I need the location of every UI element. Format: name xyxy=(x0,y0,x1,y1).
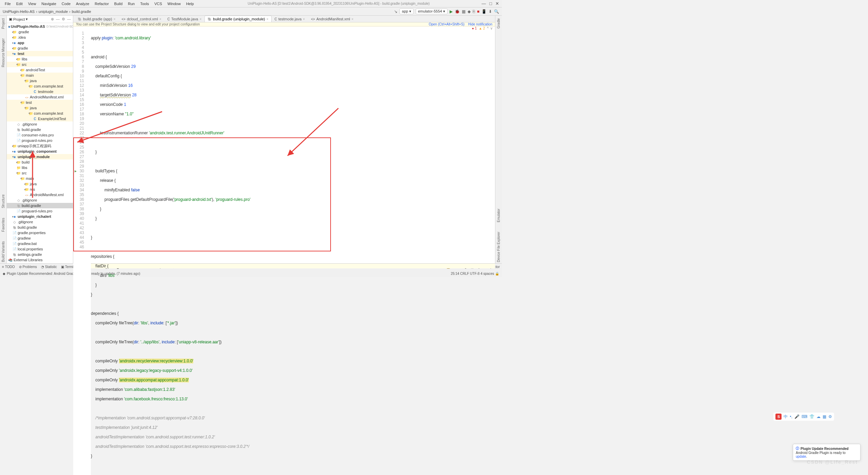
device-dropdown[interactable]: emulator-5554 ▾ xyxy=(416,8,448,14)
tree-node[interactable]: ▾com.example.test xyxy=(7,111,73,116)
tree-node[interactable]: build.gradle xyxy=(7,203,73,208)
resource-manager-button[interactable]: Resource Manager xyxy=(1,37,5,69)
tree-node[interactable]: ▾test xyxy=(7,51,73,56)
todo-tool[interactable]: ≡ TODO xyxy=(2,265,15,269)
editor-tab[interactable]: <>dcloud_control.xml× xyxy=(118,16,164,22)
collapse-icon[interactable]: — xyxy=(56,17,60,21)
breadcrumb-item[interactable]: build.gradle xyxy=(72,10,91,14)
avd-icon[interactable]: 📱 xyxy=(481,9,487,14)
tree-node[interactable]: gradlew xyxy=(7,235,73,241)
build-variants-button[interactable]: Build Variants xyxy=(1,240,5,263)
tree-node[interactable]: gradlew.bat xyxy=(7,241,73,246)
tree-node[interactable]: ▸libs xyxy=(7,56,73,62)
tree-node[interactable]: ▸gradle xyxy=(7,45,73,51)
project-tree[interactable]: ▾UniPlugin-Hello-ASD:\test1\Android-SDK@… xyxy=(7,23,73,263)
tree-node[interactable]: settings.gradle xyxy=(7,252,73,257)
tree-node[interactable]: testmode xyxy=(7,89,73,94)
menu-view[interactable]: View xyxy=(26,1,38,6)
menu-code[interactable]: Code xyxy=(60,1,73,6)
tree-node[interactable]: ▾src xyxy=(7,62,73,67)
minimize-button[interactable]: — xyxy=(481,1,486,6)
breadcrumb-item[interactable]: uniplugin_module xyxy=(39,10,68,14)
editor-tab[interactable]: <>AndroidManifest.xml× xyxy=(308,16,356,22)
emulator-tool-button[interactable]: Emulator xyxy=(497,207,500,224)
gradle-tool-button[interactable]: Gradle xyxy=(497,17,500,30)
code-editor[interactable]: 1234567891011121314151617181920212223242… xyxy=(73,30,495,475)
menu-tools[interactable]: Tools xyxy=(138,1,151,6)
device-explorer-button[interactable]: Device File Explorer xyxy=(497,230,500,263)
ime-toolbox-icon[interactable]: ▦ xyxy=(823,414,826,419)
coverage-icon[interactable]: ▦ xyxy=(462,9,466,14)
tree-node[interactable]: .gitignore xyxy=(7,219,73,225)
problems-tool[interactable]: ⊘ Problems xyxy=(19,265,37,269)
tree-node[interactable]: ▸uniplugin_richalert xyxy=(7,214,73,219)
tree-node[interactable]: ▸app xyxy=(7,40,73,45)
profile-icon[interactable]: ◆ xyxy=(468,9,471,14)
close-tab-icon[interactable]: × xyxy=(159,17,161,21)
run-config-dropdown[interactable]: app ▾ xyxy=(399,8,413,14)
tree-node[interactable]: ▾test xyxy=(7,100,73,105)
tree-node[interactable]: build.gradle xyxy=(7,225,73,230)
menu-vcs[interactable]: VCS xyxy=(152,1,164,6)
ime-voice-icon[interactable]: 🎤 xyxy=(794,414,800,419)
warning-count[interactable]: ▲ 2 xyxy=(479,26,485,30)
hide-icon[interactable]: — xyxy=(67,17,71,21)
search-icon[interactable]: 🔍 xyxy=(494,9,499,14)
update-link[interactable]: update xyxy=(796,455,806,458)
editor-tab[interactable]: 🐘build.gradle (app)× xyxy=(75,16,118,22)
ime-lang-icon[interactable]: 中 xyxy=(784,414,788,420)
tree-node[interactable]: ExampleUnitTest xyxy=(7,116,73,121)
menu-edit[interactable]: Edit xyxy=(14,1,25,6)
close-tab-icon[interactable]: × xyxy=(303,17,305,21)
maximize-button[interactable]: □ xyxy=(489,1,492,6)
close-tab-icon[interactable]: × xyxy=(267,17,269,21)
ime-skin-icon[interactable]: 👕 xyxy=(809,414,814,419)
tree-node[interactable]: ▸java xyxy=(7,181,73,187)
tree-node[interactable]: libs xyxy=(7,165,73,170)
tree-node[interactable]: gradle.properties xyxy=(7,230,73,235)
project-view-selector[interactable]: Project xyxy=(13,17,25,21)
ime-punct-icon[interactable]: •, xyxy=(790,414,792,419)
tree-node[interactable]: AndroidManifest.xml xyxy=(7,94,73,100)
menu-refactor[interactable]: Refactor xyxy=(93,1,111,6)
tree-node[interactable]: ▸build xyxy=(7,159,73,165)
tree-node[interactable]: ▸External Libraries xyxy=(7,257,73,263)
close-tab-icon[interactable]: × xyxy=(199,17,201,21)
tree-node[interactable]: ▾java xyxy=(7,78,73,83)
tree-node[interactable]: ▾main xyxy=(7,176,73,181)
select-target-icon[interactable]: ⊕ xyxy=(51,17,54,21)
open-structure-link[interactable]: Open (Ctrl+Alt+Shift+S) xyxy=(429,22,464,26)
statistic-tool[interactable]: ◔ Statistic xyxy=(41,265,57,269)
menu-navigate[interactable]: Navigate xyxy=(39,1,58,6)
tree-node[interactable]: build.gradle xyxy=(7,127,73,132)
menu-window[interactable]: Window xyxy=(165,1,183,6)
editor-tab[interactable]: 🐘build.gradle (uniplugin_module)× xyxy=(204,16,271,22)
project-tool-button[interactable]: Project xyxy=(1,17,5,30)
tree-node[interactable]: proguard-rules.pro xyxy=(7,138,73,143)
tree-node[interactable]: ▾src xyxy=(7,170,73,176)
tree-node[interactable]: ▾UniPlugin-Hello-ASD:\test1\Android-SDK@… xyxy=(7,24,73,29)
tree-node[interactable]: AndroidManifest.xml xyxy=(7,192,73,197)
tree-node[interactable]: Scratches and Consoles xyxy=(7,263,73,263)
tree-node[interactable]: ▸androidTest xyxy=(7,67,73,73)
sdk-icon[interactable]: ⬇ xyxy=(489,9,492,14)
tree-node[interactable]: ▸.idea xyxy=(7,35,73,40)
tree-node[interactable]: ▾com.example.test xyxy=(7,83,73,89)
ime-settings-icon[interactable]: ⚙ xyxy=(828,414,832,419)
tree-node[interactable]: ▸uniapp示例工程源码 xyxy=(7,143,73,149)
stop-icon[interactable]: ■ xyxy=(477,9,479,14)
tree-node[interactable]: local.properties xyxy=(7,246,73,252)
structure-tool-button[interactable]: Structure xyxy=(1,193,5,210)
settings-icon[interactable]: ⚙ xyxy=(62,17,65,21)
prev-highlight-icon[interactable]: ^ xyxy=(487,26,489,30)
tree-node[interactable]: .gitignore xyxy=(7,121,73,127)
tree-node[interactable]: ▾java xyxy=(7,105,73,111)
tree-node[interactable]: consumer-rules.pro xyxy=(7,132,73,138)
editor-tab[interactable]: Ctestmode.java× xyxy=(272,16,308,22)
menu-file[interactable]: File xyxy=(3,1,13,6)
ime-cloud-icon[interactable]: ☁ xyxy=(816,414,821,419)
error-count[interactable]: ● 1 xyxy=(472,26,477,30)
tree-node[interactable]: ▸res xyxy=(7,187,73,192)
tree-node[interactable]: ▸.gradle xyxy=(7,29,73,35)
menu-analyze[interactable]: Analyze xyxy=(74,1,91,6)
